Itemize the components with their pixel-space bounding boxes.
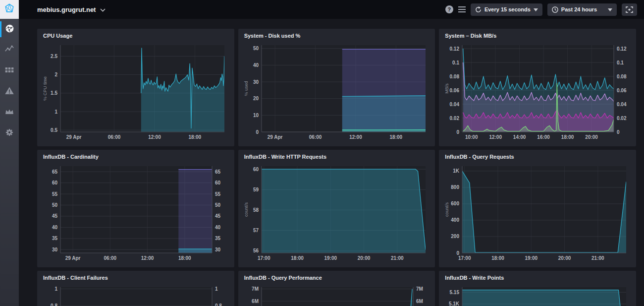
svg-text:7M: 7M bbox=[252, 286, 259, 292]
chart-client-failures[interactable]: 110.80.8 bbox=[42, 283, 229, 306]
panel-title: InfluxDB - Write HTTP Requests bbox=[243, 153, 430, 162]
panel-title: System – Disk MB/s bbox=[444, 32, 631, 41]
svg-text:50: 50 bbox=[52, 202, 58, 208]
chart-cardinality[interactable]: 3030353540404545505055556060656529 Apr06… bbox=[42, 162, 229, 263]
sidebar-item-host-list[interactable] bbox=[0, 19, 19, 40]
topbar: mebius.grugrut.net ? Every 15 seconds bbox=[19, 0, 644, 19]
panel-grid: CPU Usage 0.511.522.529 Apr06:0012:0018:… bbox=[37, 29, 636, 306]
svg-text:40: 40 bbox=[215, 225, 221, 230]
panel-title: InfluxDB - Query Performance bbox=[243, 274, 430, 283]
svg-text:35: 35 bbox=[215, 236, 221, 241]
svg-text:12:00: 12:00 bbox=[148, 134, 161, 140]
svg-text:6M: 6M bbox=[252, 299, 259, 304]
svg-text:10:00: 10:00 bbox=[465, 134, 478, 140]
svg-text:18:00: 18:00 bbox=[561, 134, 574, 140]
sidebar-nav bbox=[0, 19, 19, 306]
sidebar-item-settings[interactable] bbox=[0, 123, 19, 144]
svg-text:45: 45 bbox=[215, 213, 221, 219]
panel-disk-used: System - Disk used % 0102030405029 Apr06… bbox=[238, 29, 435, 146]
svg-text:1K: 1K bbox=[453, 168, 460, 174]
chart-disk-mbs[interactable]: 000.020.020.040.040.060.060.080.080.10.1… bbox=[444, 41, 631, 142]
svg-text:21:00: 21:00 bbox=[591, 255, 604, 261]
svg-text:30: 30 bbox=[215, 247, 221, 252]
panel-title: InfluxDB - Client Failures bbox=[42, 274, 229, 283]
svg-text:06:00: 06:00 bbox=[108, 134, 121, 140]
svg-text:0: 0 bbox=[457, 250, 460, 256]
svg-text:2.5: 2.5 bbox=[51, 54, 57, 59]
timerange-dropdown[interactable]: Past 24 hours bbox=[547, 3, 617, 16]
expand-icon bbox=[626, 6, 633, 13]
svg-text:0.02: 0.02 bbox=[617, 116, 627, 121]
svg-text:40: 40 bbox=[253, 62, 259, 68]
svg-text:16:00: 16:00 bbox=[537, 134, 550, 140]
chart-cpu-usage[interactable]: 0.511.522.529 Apr06:0012:0018:00% CPU ti… bbox=[42, 41, 229, 142]
autorefresh-dropdown[interactable]: Every 15 seconds bbox=[471, 3, 542, 16]
chronograf-logo-button[interactable] bbox=[0, 0, 19, 19]
chart-disk-used[interactable]: 0102030405029 Apr06:0012:0018:00% used bbox=[243, 41, 430, 142]
svg-text:count/s: count/s bbox=[444, 202, 449, 217]
chronograf-logo-icon bbox=[4, 3, 15, 16]
svg-text:0: 0 bbox=[617, 129, 620, 135]
chart-query-requests[interactable]: 02004006008001K17:0018:0019:0020:0021:00… bbox=[444, 162, 631, 263]
svg-text:1: 1 bbox=[215, 286, 218, 292]
alert-triangle-icon bbox=[4, 86, 14, 98]
svg-text:10: 10 bbox=[253, 113, 259, 118]
sidebar-item-admin[interactable] bbox=[0, 102, 19, 123]
svg-text:0.5: 0.5 bbox=[51, 127, 57, 133]
svg-text:20:00: 20:00 bbox=[558, 255, 571, 261]
svg-text:65: 65 bbox=[52, 169, 58, 175]
svg-text:19:00: 19:00 bbox=[525, 255, 538, 261]
svg-text:18:00: 18:00 bbox=[492, 255, 505, 261]
sidebar-item-data-explorer[interactable] bbox=[0, 40, 19, 61]
panel-write-points: InfluxDB - Write Points 5.155.1K bbox=[439, 271, 636, 306]
dashboard-title-dropdown[interactable]: mebius.grugrut.net bbox=[37, 6, 106, 13]
svg-text:29 Apr: 29 Apr bbox=[66, 134, 82, 140]
chart-write-http-requests[interactable]: 565758596017:0018:0019:0020:0021:00count… bbox=[243, 162, 430, 263]
svg-text:1.5: 1.5 bbox=[51, 90, 57, 96]
svg-text:0.04: 0.04 bbox=[617, 102, 627, 107]
svg-text:200: 200 bbox=[451, 234, 460, 239]
svg-text:17:00: 17:00 bbox=[458, 255, 471, 261]
svg-text:0.06: 0.06 bbox=[617, 88, 627, 93]
panel-query-performance: InfluxDB - Query Performance 7M7M6M6M bbox=[238, 271, 435, 306]
svg-text:45: 45 bbox=[52, 213, 58, 219]
svg-text:% CPU time: % CPU time bbox=[43, 76, 48, 101]
svg-text:29 Apr: 29 Apr bbox=[267, 134, 282, 140]
clock-icon bbox=[552, 6, 558, 13]
sidebar-item-dashboards[interactable] bbox=[0, 61, 19, 81]
panel-title: InfluxDB - Query Requests bbox=[444, 153, 631, 162]
svg-text:06:00: 06:00 bbox=[104, 255, 117, 261]
svg-text:5.1K: 5.1K bbox=[449, 301, 460, 306]
svg-text:600: 600 bbox=[451, 201, 460, 206]
svg-text:30: 30 bbox=[253, 79, 259, 85]
crown-icon bbox=[4, 107, 14, 119]
svg-text:MB/s: MB/s bbox=[444, 83, 449, 94]
svg-text:1: 1 bbox=[54, 109, 57, 115]
data-explorer-icon bbox=[4, 44, 14, 56]
svg-text:12:00: 12:00 bbox=[141, 255, 154, 261]
svg-text:21:00: 21:00 bbox=[391, 255, 404, 261]
panel-title: CPU Usage bbox=[42, 32, 229, 41]
chart-query-performance[interactable]: 7M7M6M6M bbox=[243, 283, 430, 306]
chart-write-points[interactable]: 5.155.1K bbox=[444, 283, 631, 306]
help-icon[interactable]: ? bbox=[445, 5, 453, 13]
svg-text:count/s: count/s bbox=[244, 202, 249, 217]
svg-text:06:00: 06:00 bbox=[309, 134, 322, 140]
svg-text:12:00: 12:00 bbox=[349, 134, 362, 140]
svg-text:17:00: 17:00 bbox=[258, 255, 270, 261]
svg-text:0: 0 bbox=[457, 129, 460, 135]
svg-text:50: 50 bbox=[215, 202, 221, 208]
svg-text:% used: % used bbox=[244, 81, 249, 96]
sidebar-item-alerts[interactable] bbox=[0, 81, 19, 102]
svg-text:6M: 6M bbox=[416, 299, 423, 304]
svg-text:0.8: 0.8 bbox=[215, 303, 222, 306]
presentation-mode-button[interactable] bbox=[622, 3, 637, 16]
svg-text:0: 0 bbox=[256, 129, 259, 135]
svg-text:30: 30 bbox=[52, 247, 58, 252]
svg-text:55: 55 bbox=[52, 191, 58, 197]
svg-text:0.8: 0.8 bbox=[51, 303, 57, 306]
chevron-down-icon bbox=[100, 6, 106, 13]
svg-text:18:00: 18:00 bbox=[389, 134, 402, 140]
svg-text:55: 55 bbox=[215, 191, 221, 197]
menu-icon[interactable] bbox=[458, 6, 466, 12]
